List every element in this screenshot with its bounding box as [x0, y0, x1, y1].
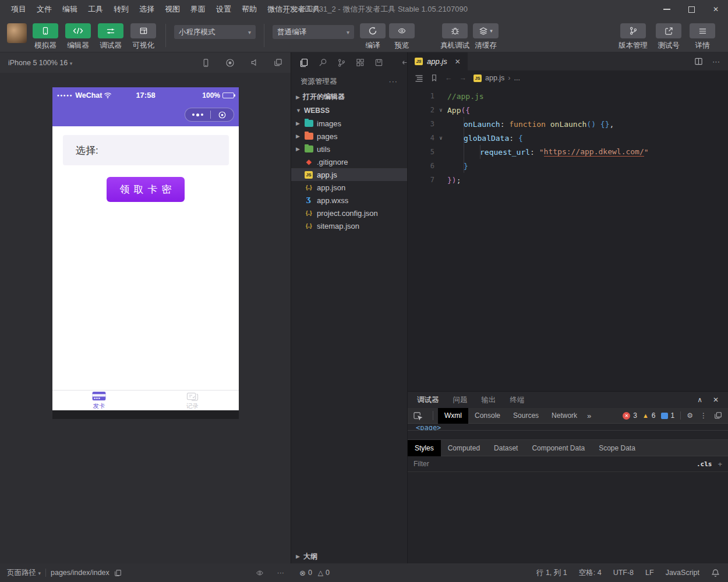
test-account-button[interactable]: 测试号: [656, 23, 681, 51]
tab-app-js[interactable]: JS app.js ✕: [408, 52, 468, 70]
close-button[interactable]: ✕: [704, 0, 728, 19]
kebab-menu-icon[interactable]: ⋮: [700, 411, 707, 420]
devtools-tab-wxml[interactable]: Wxml: [438, 408, 468, 424]
editor-button[interactable]: 编辑器: [64, 23, 92, 51]
phone-tab-jilu[interactable]: 记录: [146, 391, 239, 410]
bookmark-icon[interactable]: [430, 74, 438, 82]
details-button[interactable]: 详情: [690, 23, 715, 51]
tree-item-app.js[interactable]: JSapp.js: [291, 168, 407, 181]
mode-select[interactable]: 小程序模式 ▾: [174, 25, 256, 39]
gear-icon[interactable]: ⚙: [687, 411, 693, 420]
copy-path-icon[interactable]: [114, 569, 122, 577]
tree-item-app.json[interactable]: {..}app.json: [291, 181, 407, 194]
menu-item-帮助[interactable]: 帮助: [236, 2, 262, 17]
devtools-tab-sources[interactable]: Sources: [507, 408, 545, 424]
toggle-class-button[interactable]: .cls: [697, 460, 712, 468]
collapse-panel-icon[interactable]: ∧: [697, 396, 702, 404]
new-style-rule-icon[interactable]: +: [718, 460, 722, 469]
open-editors-section[interactable]: ▶ 打开的编辑器: [291, 90, 407, 104]
page-path-dropdown[interactable]: 页面路径 ▾: [7, 568, 41, 578]
devtools-tab-network[interactable]: Network: [545, 408, 584, 424]
bell-icon[interactable]: [711, 569, 720, 577]
error-badge-icon[interactable]: ✕: [623, 412, 630, 420]
version-control-button[interactable]: 版本管理: [619, 23, 648, 51]
more-tabs-icon[interactable]: »: [587, 411, 591, 420]
menu-item-界面[interactable]: 界面: [185, 2, 211, 17]
panel-tab-problems[interactable]: 问题: [453, 395, 468, 405]
menu-item-工具[interactable]: 工具: [83, 2, 108, 17]
styles-tab-computed[interactable]: Computed: [441, 440, 487, 456]
outline-section[interactable]: ▶ 大纲: [291, 549, 407, 563]
tree-item-.gitignore[interactable]: ◆.gitignore: [291, 155, 407, 168]
claim-card-button[interactable]: 领取卡密: [107, 177, 185, 202]
close-tab-icon[interactable]: ✕: [455, 58, 461, 66]
npm-scripts-icon[interactable]: [374, 58, 383, 67]
panel-tab-terminal[interactable]: 终端: [510, 395, 525, 405]
warning-count[interactable]: 6: [652, 411, 656, 420]
extensions-icon[interactable]: [356, 58, 365, 67]
compile-button[interactable]: 编译: [360, 23, 386, 51]
record-icon[interactable]: [225, 58, 235, 68]
inspect-element-icon[interactable]: [408, 411, 428, 420]
compile-mode-select[interactable]: 普通编译 ▾: [273, 25, 354, 39]
menu-item-项目[interactable]: 项目: [6, 2, 31, 17]
menu-item-转到[interactable]: 转到: [108, 2, 134, 17]
tree-item-sitemap.json[interactable]: {..}sitemap.json: [291, 219, 407, 232]
devtools-tab-console[interactable]: Console: [468, 408, 507, 424]
preview-button[interactable]: 预览: [389, 23, 415, 51]
page-path-value[interactable]: pages/index/index: [51, 569, 109, 577]
menu-item-设置[interactable]: 设置: [211, 2, 236, 17]
source-control-icon[interactable]: [337, 58, 346, 68]
device-select[interactable]: iPhone 5 100% 16 ▾: [8, 59, 72, 67]
popout-icon[interactable]: [714, 411, 722, 420]
menu-item-文件[interactable]: 文件: [31, 2, 57, 17]
fold-chevron-icon[interactable]: ∨: [434, 107, 447, 113]
breadcrumb-more[interactable]: ...: [514, 74, 520, 82]
forward-icon[interactable]: →: [460, 74, 467, 82]
tree-item-images[interactable]: ▶images: [291, 117, 407, 130]
search-icon[interactable]: [319, 58, 327, 67]
error-count[interactable]: 3: [633, 411, 637, 420]
multi-window-icon[interactable]: [274, 58, 282, 67]
close-panel-icon[interactable]: ✕: [713, 396, 719, 404]
menu-item-编辑[interactable]: 编辑: [57, 2, 83, 17]
statusbar-eol[interactable]: LF: [645, 569, 654, 577]
fold-chevron-icon[interactable]: ∨: [434, 135, 447, 141]
rotate-device-icon[interactable]: [202, 58, 210, 68]
tree-item-app.wxss[interactable]: Ʒapp.wxss: [291, 194, 407, 207]
back-icon[interactable]: ←: [445, 74, 453, 82]
wxml-element-tree[interactable]: <page>: [408, 424, 728, 430]
ellipsis-icon[interactable]: ···: [389, 77, 398, 86]
files-icon[interactable]: [299, 58, 309, 68]
statusbar-language-mode[interactable]: JavaScript: [666, 569, 699, 577]
message-count[interactable]: 1: [671, 411, 675, 420]
simulator-button[interactable]: 模拟器: [31, 23, 59, 51]
filter-input[interactable]: [414, 460, 697, 468]
warning-badge-icon[interactable]: ▲: [642, 412, 649, 419]
remote-debug-button[interactable]: 真机调试: [440, 23, 469, 51]
statusbar-cursor-position[interactable]: 行 1, 列 1: [536, 568, 567, 578]
capsule-menu[interactable]: [185, 108, 234, 122]
breadcrumb-file[interactable]: app.js: [485, 74, 504, 82]
styles-tab-component-data[interactable]: Component Data: [525, 440, 592, 456]
outline-list-icon[interactable]: [415, 74, 423, 82]
tree-item-project.config.json[interactable]: {..}project.config.json: [291, 207, 407, 219]
message-badge-icon[interactable]: [661, 413, 668, 419]
select-field[interactable]: 选择:: [63, 135, 229, 165]
tree-item-pages[interactable]: ▶pages: [291, 130, 407, 143]
menu-item-选择[interactable]: 选择: [134, 2, 160, 17]
code-editor[interactable]: 1//app.js2∨App({3onLaunch: function onLa…: [408, 86, 728, 391]
explorer-problem-counts[interactable]: ⊗ 0 △ 0: [291, 569, 408, 577]
split-editor-icon[interactable]: [694, 57, 703, 66]
statusbar-indentation[interactable]: 空格: 4: [579, 568, 602, 578]
debugger-button[interactable]: 调试器: [97, 23, 125, 51]
styles-tab-scope-data[interactable]: Scope Data: [592, 440, 642, 456]
phone-tab-faka[interactable]: 发卡: [52, 391, 146, 410]
sound-icon[interactable]: [250, 58, 259, 67]
visual-button[interactable]: 可视化: [129, 23, 157, 51]
avatar[interactable]: [7, 23, 27, 43]
menu-item-视图[interactable]: 视图: [160, 2, 185, 17]
ellipsis-icon[interactable]: ···: [277, 569, 285, 577]
eye-icon[interactable]: [255, 569, 264, 577]
statusbar-encoding[interactable]: UTF-8: [613, 569, 634, 577]
